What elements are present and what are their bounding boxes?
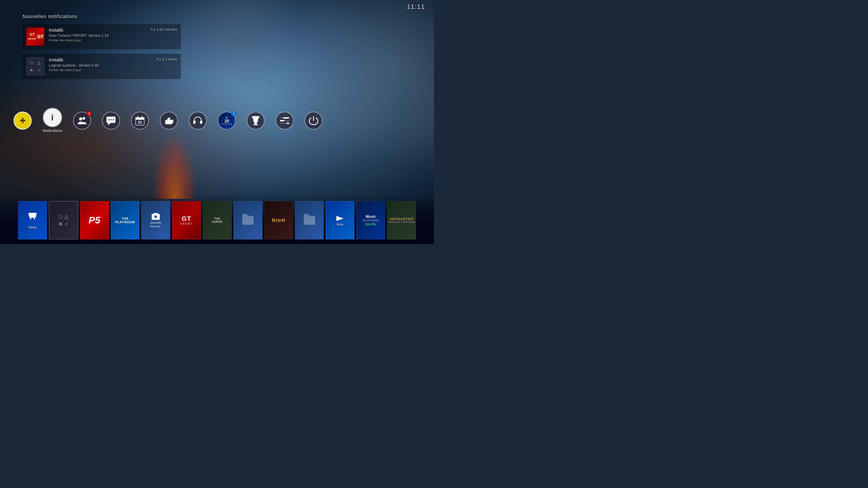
game-tile-music[interactable]: Music FEATURING Spotify xyxy=(356,201,385,239)
music-label: Music xyxy=(366,215,376,219)
notif-desc-2: Fichier de mise à jour xyxy=(49,68,152,72)
svg-rect-11 xyxy=(193,121,195,124)
anniversary-icon: P 20 Anniversary 1 xyxy=(218,111,236,130)
psplus-icon: ✚ xyxy=(13,111,32,130)
feedback-svg xyxy=(164,116,174,125)
anniversary-badge: 1 xyxy=(231,111,236,116)
power-svg xyxy=(309,116,318,126)
notif-icon-gt: GTSPORT xyxy=(26,28,44,46)
store-label: Store xyxy=(29,225,37,229)
trophy-svg xyxy=(252,116,260,126)
notification-item-2[interactable]: □ △ ✕ ○ Installé. Logiciel système : Ver… xyxy=(23,54,181,79)
ps-sym-circle: ○ xyxy=(36,67,42,73)
clock: 11:11 xyxy=(407,3,425,10)
playroom-label: THEPLAYROOM xyxy=(114,215,137,226)
svg-rect-13 xyxy=(254,123,257,124)
settings-icon xyxy=(276,111,293,130)
persona5-label: P5 xyxy=(89,215,100,226)
icon-item-headset[interactable] xyxy=(189,111,207,130)
game-tile-nioh[interactable]: NioH xyxy=(264,201,293,239)
notif-time-1: Il y a 52 minutes xyxy=(151,28,178,32)
ps-sym-triangle: △ xyxy=(36,59,42,66)
headset-icon xyxy=(189,111,207,130)
game-tile-playroom[interactable]: THEPLAYROOM xyxy=(111,201,140,239)
notif-time-2: Il y a 1 heure xyxy=(156,57,178,61)
svg-point-3 xyxy=(108,119,110,121)
friends-svg xyxy=(77,116,87,126)
notification-panel: Nouvelles notifications GTSPORT Installé… xyxy=(23,13,181,84)
game-tile-folder2[interactable] xyxy=(295,201,324,239)
library-icon: □ △ ✕ ○ xyxy=(56,210,71,230)
calendar-svg: 31 xyxy=(135,116,145,125)
svg-rect-22 xyxy=(34,218,35,220)
sharefactory-icon xyxy=(151,213,160,220)
game-tile-library[interactable]: □ △ ✕ ○ xyxy=(49,201,78,239)
fire-effect xyxy=(152,131,197,199)
calendar-icon: 31 xyxy=(131,111,149,130)
icon-item-psplus[interactable]: ✚ xyxy=(13,111,32,130)
icon-bar: ✚ i Notifications 2 xyxy=(13,108,421,133)
feedback-icon xyxy=(160,111,178,130)
messages-svg xyxy=(106,116,116,125)
top-bar: 11:11 xyxy=(0,0,434,13)
friends-icon: 2 xyxy=(73,111,91,130)
game-tile-store[interactable]: Store xyxy=(18,201,47,239)
game-tile-uncharted[interactable]: UNCHARTED DRAKE'S FORTUNE xyxy=(387,201,416,239)
gt-label: GT xyxy=(182,215,191,222)
svg-rect-25 xyxy=(153,213,158,215)
svg-rect-12 xyxy=(200,121,202,124)
icon-item-friends[interactable]: 2 xyxy=(73,111,91,130)
sharefactory-label: SHAREfactory xyxy=(150,221,161,228)
game-tile-surge[interactable]: THESURGE xyxy=(203,201,232,239)
icon-item-power[interactable] xyxy=(305,111,322,130)
icon-item-calendar[interactable]: 31 xyxy=(131,111,149,130)
psnow-icon xyxy=(336,215,344,222)
ps-sym-square: □ xyxy=(28,59,35,66)
game-tile-persona5[interactable]: P5 xyxy=(80,201,109,239)
svg-point-26 xyxy=(154,215,157,218)
svg-rect-14 xyxy=(253,124,258,125)
icon-item-notifications[interactable]: i Notifications xyxy=(42,108,62,133)
game-tile-folder1[interactable] xyxy=(234,201,262,239)
music-sublabel: FEATURING xyxy=(362,219,379,222)
psnow-label: Now xyxy=(337,222,343,226)
notif-title-1: Installé. xyxy=(49,28,147,33)
spotify-label: Spotify xyxy=(365,222,377,226)
nioh-label: NioH xyxy=(272,217,285,223)
svg-rect-16 xyxy=(280,117,283,119)
surge-label: THESURGE xyxy=(212,217,223,223)
svg-text:31: 31 xyxy=(138,121,142,124)
kratos-scene xyxy=(239,0,434,207)
svg-rect-23 xyxy=(29,213,37,214)
notifications-icon: i xyxy=(43,108,61,127)
game-bar: Store □ △ ✕ ○ P5 THEPLAYROOM SHAREfactor… xyxy=(0,197,434,244)
notif-subtitle-1: Gran Turismo™SPORT: Version 1.14 xyxy=(49,34,147,38)
icon-item-feedback[interactable] xyxy=(160,111,178,130)
game-tile-psnow[interactable]: Now xyxy=(326,201,354,239)
uncharted-label: UNCHARTED xyxy=(390,217,414,221)
svg-point-0 xyxy=(79,117,82,121)
notification-item-1[interactable]: GTSPORT Installé. Gran Turismo™SPORT: Ve… xyxy=(23,24,181,49)
icon-item-settings[interactable] xyxy=(276,111,293,130)
store-icon xyxy=(28,212,37,223)
icon-item-trophies[interactable] xyxy=(247,111,265,130)
icon-item-anniversary[interactable]: P 20 Anniversary 1 xyxy=(218,111,236,130)
messages-icon xyxy=(102,111,120,130)
game-tile-gt[interactable]: GT SPORT xyxy=(172,201,201,239)
gt-sublabel: SPORT xyxy=(180,222,193,225)
ps-sym-cross: ✕ xyxy=(28,67,35,73)
svg-rect-7 xyxy=(135,118,144,120)
svg-rect-20 xyxy=(280,123,287,124)
friends-badge: 2 xyxy=(87,111,92,116)
game-tile-sharefactory[interactable]: SHAREfactory xyxy=(141,201,170,239)
uncharted-sublabel: DRAKE'S FORTUNE xyxy=(388,221,415,223)
notif-content-1: Installé. Gran Turismo™SPORT: Version 1.… xyxy=(49,28,147,42)
notifications-label: Notifications xyxy=(42,129,62,133)
svg-rect-21 xyxy=(30,218,31,220)
notif-title-2: Installé. xyxy=(49,57,152,63)
notif-desc-1: Fichier de mise à jour xyxy=(49,38,147,42)
notif-content-2: Installé. Logiciel système : Version 5.5… xyxy=(49,57,152,72)
trophies-icon xyxy=(247,111,265,130)
sharefactory-content: SHAREfactory xyxy=(150,213,161,228)
icon-item-messages[interactable] xyxy=(102,111,120,130)
